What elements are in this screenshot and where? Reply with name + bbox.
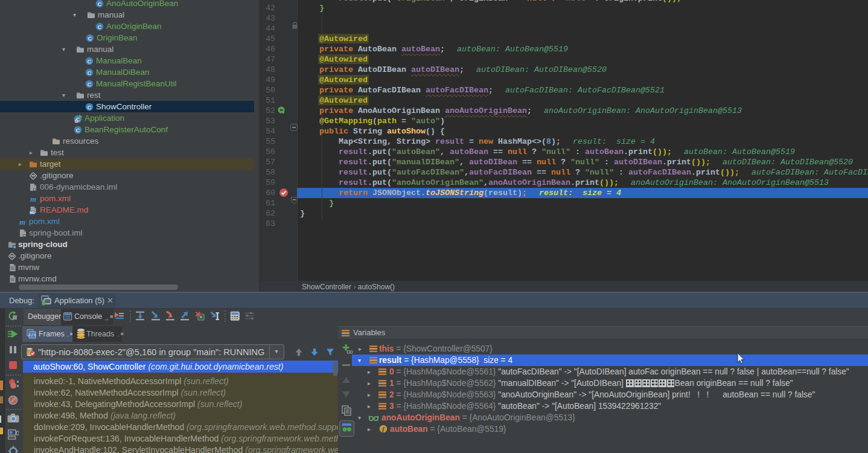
svg-text:C: C (88, 35, 92, 42)
svg-text:</>: </> (28, 333, 36, 338)
svg-text:C: C (88, 81, 92, 88)
svg-text:C: C (88, 104, 92, 111)
svg-text:C: C (98, 24, 102, 30)
svg-text:C: C (88, 69, 92, 76)
svg-text:C: C (76, 127, 80, 133)
svg-text:m: m (19, 217, 25, 226)
svg-text:m: m (30, 194, 36, 203)
svg-text:MD: MD (30, 211, 35, 214)
svg-text:C: C (88, 58, 92, 65)
svg-text:C: C (98, 1, 102, 7)
